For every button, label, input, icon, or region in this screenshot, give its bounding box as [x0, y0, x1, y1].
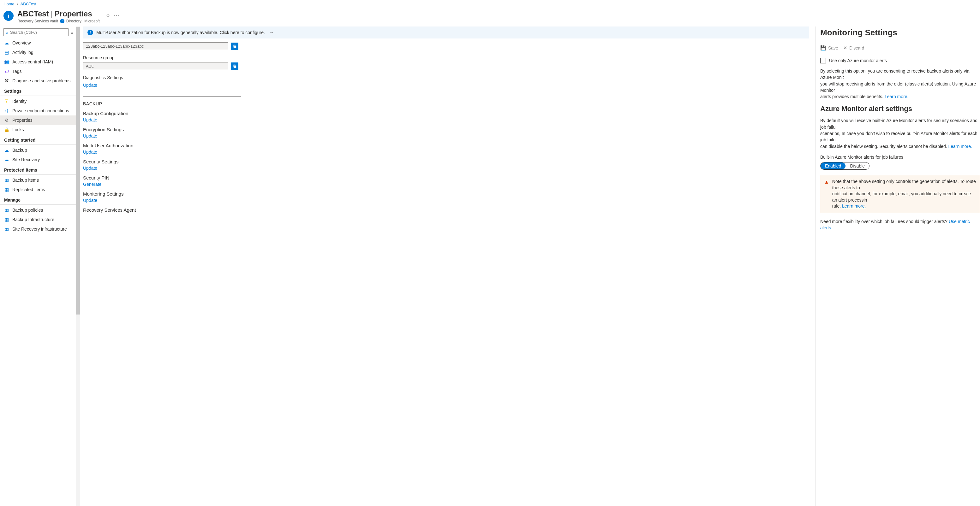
copy-id-button[interactable] — [231, 43, 239, 50]
discard-button[interactable]: ✕ Discard — [843, 45, 864, 51]
main-scrollbar[interactable] — [76, 27, 80, 506]
page-header: i ABCTest|Properties Recovery Services v… — [0, 8, 980, 27]
resource-group-field[interactable] — [83, 62, 228, 70]
metric-alerts-text: Need more flexibility over which job fai… — [820, 218, 980, 231]
backup-section-title: BACKUP — [83, 101, 809, 106]
sidebar-item-label: Tags — [12, 69, 22, 74]
breadcrumb-home[interactable]: Home — [3, 2, 14, 6]
directory-value: Microsoft — [84, 19, 100, 23]
monitoring-update-link[interactable]: Update — [83, 198, 97, 203]
toggle-label: Built-in Azure Monitor alerts for job fa… — [820, 155, 980, 160]
text: Note that the above setting only control… — [832, 179, 976, 190]
calendar-icon: ▦ — [4, 208, 9, 213]
close-icon: ✕ — [843, 45, 847, 51]
search-input[interactable] — [10, 30, 66, 35]
main-content: i Multi-User Authorization for Backup is… — [80, 27, 816, 506]
grid-icon: ▦ — [4, 187, 9, 192]
sidebar-item-backup-items[interactable]: ▦ Backup items — [0, 175, 76, 185]
text: can disable the below setting. Security … — [820, 144, 948, 149]
security-pin-generate-link[interactable]: Generate — [83, 182, 101, 187]
infra-icon: ▦ — [4, 217, 9, 222]
save-label: Save — [828, 45, 838, 51]
recovery-icon: ☁ — [4, 157, 9, 162]
sidebar-nav[interactable]: ☁ Overview ▤ Activity log 👥 Access contr… — [0, 38, 76, 506]
toggle-enabled[interactable]: Enabled — [821, 162, 845, 170]
sidebar-item-properties[interactable]: ⚙ Properties — [0, 116, 76, 125]
security-update-link[interactable]: Update — [83, 166, 97, 171]
sidebar-item-label: Site Recovery — [12, 157, 40, 162]
encryption-update-link[interactable]: Update — [83, 133, 97, 138]
prop-title: Encryption Settings — [83, 127, 809, 132]
more-icon[interactable]: ⋯ — [114, 12, 119, 19]
panel-description: By selecting this option, you are consen… — [820, 68, 980, 100]
resource-group-label: Resource group — [83, 55, 809, 60]
learn-more-link[interactable]: Learn more. — [885, 94, 908, 99]
prop-title: Backup Configuration — [83, 111, 809, 116]
panel-description-2: By default you will receive built-in Azu… — [820, 117, 980, 149]
sidebar-item-identity[interactable]: ⚿ Identity — [0, 97, 76, 106]
warning-icon: ▲ — [824, 179, 829, 209]
prop-title: Security PIN — [83, 175, 809, 181]
sidebar-item-backup-infra[interactable]: ▦ Backup Infrastructure — [0, 215, 76, 224]
collapse-sidebar-icon[interactable]: « — [70, 30, 73, 35]
job-failure-alerts-toggle[interactable]: Enabled Disable — [820, 162, 870, 170]
diagnostics-update-link[interactable]: Update — [83, 82, 97, 88]
info-banner[interactable]: i Multi-User Authorization for Backup is… — [83, 27, 809, 38]
copy-rg-button[interactable] — [231, 62, 239, 70]
text: By default you will receive built-in Azu… — [820, 118, 977, 129]
checkbox-label: Use only Azure monitor alerts — [829, 58, 887, 63]
tag-icon: 🏷 — [4, 69, 9, 74]
sidebar-item-site-recovery-infra[interactable]: ▦ Site Recovery infrastructure — [0, 224, 76, 234]
favorite-star-icon[interactable]: ☆ — [105, 12, 110, 19]
sidebar-item-label: Diagnose and solve problems — [12, 78, 70, 83]
breadcrumb: Home › ABCTest — [0, 0, 980, 8]
sidebar-item-access-control[interactable]: 👥 Access control (IAM) — [0, 57, 76, 67]
multiuser-update-link[interactable]: Update — [83, 149, 97, 155]
properties-icon: ⚙ — [4, 118, 9, 123]
sidebar-item-backup[interactable]: ☁ Backup — [0, 146, 76, 155]
info-icon: i — [88, 30, 93, 35]
sidebar-item-backup-policies[interactable]: ▦ Backup policies — [0, 205, 76, 215]
text: By selecting this option, you are consen… — [820, 68, 969, 80]
prop-title: Multi-User Authorization — [83, 143, 809, 148]
sidebar-item-locks[interactable]: 🔒 Locks — [0, 125, 76, 134]
chevron-right-icon: › — [17, 2, 18, 6]
panel-title: Monitoring Settings — [820, 28, 980, 38]
sidebar-item-site-recovery[interactable]: ☁ Site Recovery — [0, 155, 76, 164]
search-icon: ⌕ — [6, 30, 8, 35]
backup-config-update-link[interactable]: Update — [83, 117, 97, 122]
endpoint-icon: ⟨⟩ — [4, 108, 9, 113]
prop-title: Security Settings — [83, 159, 809, 164]
sidebar-item-label: Activity log — [12, 50, 33, 55]
toggle-disable[interactable]: Disable — [845, 162, 869, 170]
sidebar-item-activity-log[interactable]: ▤ Activity log — [0, 48, 76, 57]
scrollbar-thumb[interactable] — [76, 27, 80, 314]
text: scenarios, In case you don't wish to rec… — [820, 131, 977, 142]
sidebar-item-tags[interactable]: 🏷 Tags — [0, 67, 76, 76]
save-button[interactable]: 💾 Save — [820, 45, 838, 51]
info-icon[interactable]: i — [60, 19, 64, 23]
sidebar-item-overview[interactable]: ☁ Overview — [0, 38, 76, 48]
search-input-wrapper[interactable]: ⌕ — [3, 29, 68, 36]
learn-more-link-3[interactable]: Learn more. — [842, 203, 866, 208]
prop-monitoring: Monitoring Settings Update — [83, 191, 809, 203]
learn-more-link-2[interactable]: Learn more. — [948, 144, 972, 149]
sidebar-item-diagnose[interactable]: 🛠 Diagnose and solve problems — [0, 76, 76, 86]
text: Need more flexibility over which job fai… — [820, 219, 949, 224]
sidebar-item-label: Backup Infrastructure — [12, 217, 54, 222]
use-only-azure-monitor-checkbox[interactable] — [820, 58, 826, 63]
warning-note: ▲ Note that the above setting only contr… — [820, 175, 980, 213]
resource-id-field[interactable] — [83, 42, 228, 50]
sidebar-item-private-endpoint[interactable]: ⟨⟩ Private endpoint connections — [0, 106, 76, 116]
nav-group-getting-started: Getting started — [0, 134, 76, 145]
text: rule. — [832, 203, 842, 208]
sidebar-item-label: Backup items — [12, 178, 39, 182]
sidebar-item-replicated-items[interactable]: ▦ Replicated items — [0, 185, 76, 194]
panel-toolbar: 💾 Save ✕ Discard — [820, 43, 980, 55]
sidebar-item-label: Backup policies — [12, 208, 43, 213]
wrench-icon: 🛠 — [4, 78, 9, 83]
prop-security-pin: Security PIN Generate — [83, 175, 809, 187]
resource-name: ABCTest — [18, 10, 49, 18]
sidebar-item-label: Identity — [12, 99, 27, 104]
breadcrumb-current[interactable]: ABCTest — [21, 2, 37, 6]
